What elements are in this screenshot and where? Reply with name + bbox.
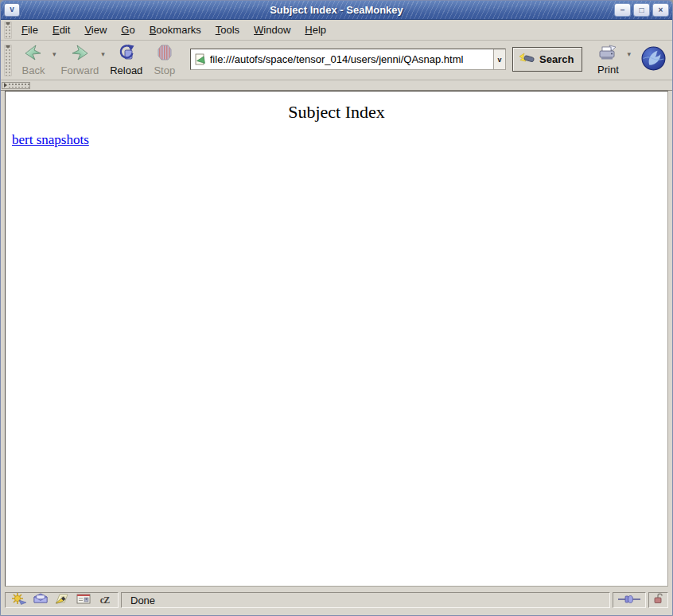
reload-icon <box>118 44 135 64</box>
menu-tools[interactable]: Tools <box>208 21 247 38</box>
browser-viewport[interactable]: Subject Index bert snapshots <box>5 91 668 587</box>
window-title: Subject Index - SeaMonkey <box>1 4 672 16</box>
page-title: Subject Index <box>6 102 667 123</box>
status-text-panel: Done <box>121 592 610 608</box>
maximize-button[interactable]: □ <box>633 3 650 17</box>
composer-icon <box>54 593 70 607</box>
navigator-button[interactable] <box>8 594 29 607</box>
browser-window: v Subject Index - SeaMonkey – □ × File E… <box>0 0 673 616</box>
component-bar: cZ <box>5 592 119 608</box>
menu-bar: File Edit View Go Bookmarks Tools Window… <box>1 20 672 41</box>
content-frame: Subject Index bert snapshots <box>1 91 672 587</box>
address-book-icon <box>76 593 91 607</box>
composer-button[interactable] <box>51 594 72 607</box>
sidebar-expand-arrow-icon <box>4 83 7 88</box>
menu-file[interactable]: File <box>14 21 45 38</box>
stop-button[interactable]: Stop <box>146 42 184 77</box>
print-button[interactable]: Print <box>589 43 627 76</box>
menubar-grippy[interactable] <box>4 21 12 39</box>
url-input[interactable] <box>208 53 493 65</box>
back-button[interactable]: Back <box>14 42 53 77</box>
mail-button[interactable] <box>29 594 51 607</box>
window-menu-button[interactable]: v <box>4 3 20 17</box>
print-icon <box>598 45 617 64</box>
forward-icon <box>71 44 88 64</box>
address-book-button[interactable] <box>72 594 94 607</box>
close-button[interactable]: × <box>652 3 669 17</box>
toolbar-grippy[interactable] <box>4 45 12 76</box>
menu-go[interactable]: Go <box>114 21 142 38</box>
forward-dropdown-icon[interactable]: ▾ <box>101 51 105 58</box>
sidebar-collapsed-strip <box>1 80 672 91</box>
back-icon <box>25 44 42 64</box>
bookmark-page-icon[interactable] <box>194 53 206 65</box>
security-panel[interactable] <box>648 592 668 608</box>
title-bar[interactable]: v Subject Index - SeaMonkey – □ × <box>1 1 672 20</box>
url-bar: v <box>190 49 506 70</box>
bert-snapshots-link[interactable]: bert snapshots <box>12 132 89 148</box>
forward-button[interactable]: Forward <box>59 42 102 77</box>
navigation-toolbar: Back ▾ Forward ▾ Reload <box>1 41 672 80</box>
seamonkey-logo-icon <box>641 46 666 74</box>
window-controls: – □ × <box>614 3 669 17</box>
back-dropdown-icon[interactable]: ▾ <box>53 51 56 58</box>
stop-icon <box>157 44 173 64</box>
online-status-panel[interactable] <box>613 592 646 608</box>
menu-view[interactable]: View <box>77 21 114 38</box>
minimize-button[interactable]: – <box>614 3 631 17</box>
menu-help[interactable]: Help <box>298 21 333 38</box>
print-dropdown-icon[interactable]: ▾ <box>627 51 631 58</box>
url-dropdown-button[interactable]: v <box>493 49 505 69</box>
security-lock-icon <box>653 593 664 607</box>
search-flashlight-icon <box>519 52 535 67</box>
search-button[interactable]: Search <box>512 47 582 72</box>
sidebar-grippy[interactable] <box>2 82 30 89</box>
status-bar: cZ Done <box>1 587 672 615</box>
status-text: Done <box>130 595 155 606</box>
menu-window[interactable]: Window <box>247 21 298 38</box>
reload-button[interactable]: Reload <box>107 42 146 77</box>
mail-icon <box>33 593 49 607</box>
chatzilla-icon: cZ <box>100 595 109 606</box>
online-plug-icon <box>618 593 640 607</box>
menu-edit[interactable]: Edit <box>45 21 77 38</box>
chatzilla-button[interactable]: cZ <box>94 594 115 607</box>
navigator-icon <box>11 592 27 608</box>
menu-bookmarks[interactable]: Bookmarks <box>142 21 208 38</box>
seamonkey-throbber[interactable] <box>641 46 666 74</box>
